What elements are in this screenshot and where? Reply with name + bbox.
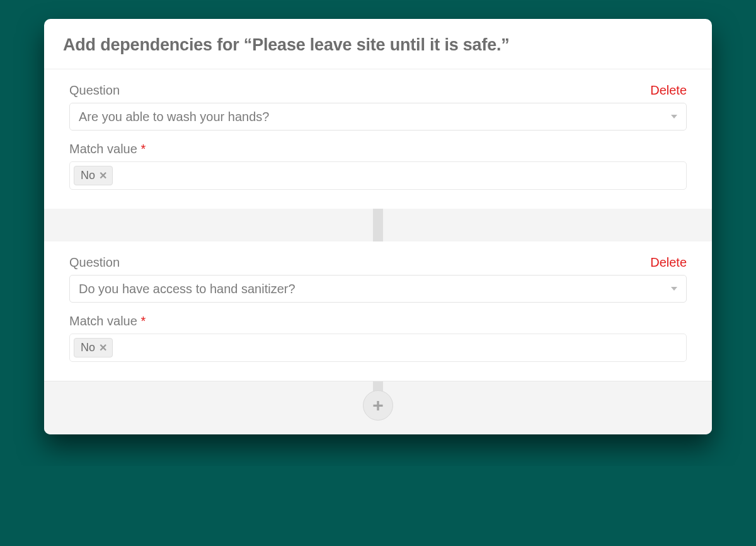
plus-icon: + — [372, 395, 384, 416]
delete-dependency-link[interactable]: Delete — [650, 83, 687, 98]
divider-handle — [373, 209, 383, 241]
dependencies-modal: Add dependencies for “Please leave site … — [44, 19, 712, 434]
question-select-value: Are you able to wash your hands? — [79, 110, 269, 124]
chevron-down-icon — [671, 115, 677, 119]
question-label: Question — [69, 83, 120, 98]
match-value-label: Match value * — [69, 314, 146, 328]
match-value-tag-text: No — [81, 341, 95, 354]
match-value-label: Match value * — [69, 142, 146, 156]
modal-title: Add dependencies for “Please leave site … — [63, 35, 693, 55]
chevron-down-icon — [671, 287, 677, 291]
match-value-tag: No ✕ — [74, 166, 113, 185]
match-value-tag: No ✕ — [74, 338, 113, 357]
question-label: Question — [69, 255, 120, 270]
question-select-value: Do you have access to hand sanitizer? — [79, 282, 295, 296]
remove-tag-icon[interactable]: ✕ — [99, 170, 107, 182]
required-asterisk: * — [140, 142, 146, 156]
question-select[interactable]: Do you have access to hand sanitizer? — [69, 275, 687, 303]
remove-tag-icon[interactable]: ✕ — [99, 342, 107, 354]
match-value-tag-text: No — [81, 169, 95, 182]
add-dependency-button[interactable]: + — [363, 390, 393, 421]
dependency-block: Question Delete Do you have access to ha… — [44, 241, 712, 381]
delete-dependency-link[interactable]: Delete — [650, 255, 687, 270]
question-select[interactable]: Are you able to wash your hands? — [69, 103, 687, 131]
add-dependency-footer: + — [44, 381, 712, 434]
modal-header: Add dependencies for “Please leave site … — [44, 19, 712, 69]
dependency-block: Question Delete Are you able to wash you… — [44, 69, 712, 209]
match-value-input[interactable]: No ✕ — [69, 161, 687, 190]
match-value-input[interactable]: No ✕ — [69, 334, 687, 362]
required-asterisk: * — [140, 314, 146, 328]
block-divider — [44, 209, 712, 241]
